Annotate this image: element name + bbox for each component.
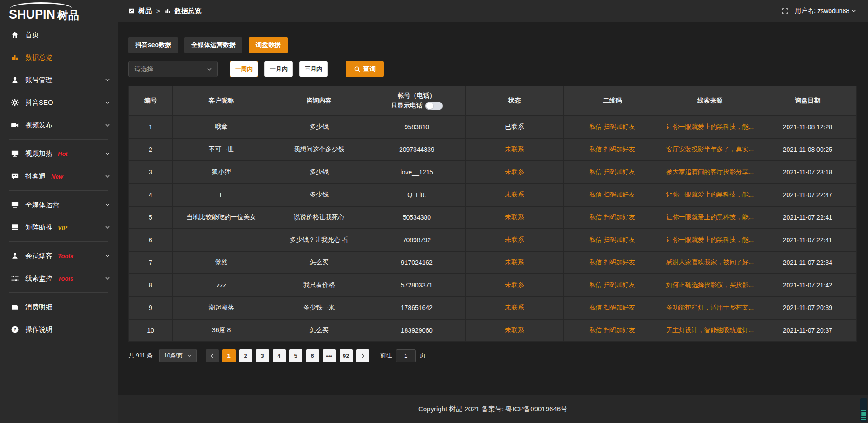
sidebar-item-label: 数据总览 xyxy=(25,53,52,62)
browser-widget[interactable] xyxy=(860,398,867,422)
sidebar-item-label: 账号管理 xyxy=(25,76,52,85)
tab-omnimedia-data[interactable]: 全媒体运营数据 xyxy=(184,37,242,53)
phone-only-label: 只显示电话 xyxy=(391,102,423,110)
cell-source-link[interactable]: 客厅安装投影半年多了，真实... xyxy=(661,139,759,160)
page-size-select[interactable]: 10条/页 xyxy=(159,349,197,362)
cell-nickname: 哦章 xyxy=(173,116,270,138)
cell-source-link[interactable]: 让你一眼就爱上的黑科技，能... xyxy=(661,116,759,138)
cell-qrcode-links[interactable]: 私信 扫码加好友 xyxy=(564,229,661,251)
username-value: zswodun88 xyxy=(817,7,849,14)
sidebar-item-video-publish[interactable]: 视频发布 xyxy=(0,114,118,136)
cell-status: 未联系 xyxy=(466,139,563,160)
page-button-6[interactable]: 6 xyxy=(306,349,319,362)
cell-id: 4 xyxy=(129,184,172,206)
sidebar-item-home[interactable]: 首页 xyxy=(0,24,118,46)
sidebar-item-account-management[interactable]: 账号管理 xyxy=(0,69,118,91)
cell-source-link[interactable]: 无主灯设计，智能磁吸轨道灯... xyxy=(661,320,759,341)
cell-qrcode-links[interactable]: 私信 扫码加好友 xyxy=(564,252,661,273)
sidebar-item-instructions[interactable]: 操作说明 xyxy=(0,318,118,341)
sidebar-item-data-overview[interactable]: 数据总览 xyxy=(0,46,118,69)
cell-nickname: 觉然 xyxy=(173,252,270,273)
vip-badge: VIP xyxy=(58,224,67,231)
cell-date: 2021-11-08 12:28 xyxy=(759,116,856,138)
user-menu[interactable]: 用户名: zswodun88 xyxy=(795,7,856,15)
query-button[interactable]: 查询 xyxy=(346,61,384,77)
cell-qrcode-links[interactable]: 私信 扫码加好友 xyxy=(564,116,661,138)
cell-source-link[interactable]: 让你一眼就爱上的黑科技，能... xyxy=(661,207,759,228)
cell-qrcode-links[interactable]: 私信 扫码加好友 xyxy=(564,161,661,183)
fullscreen-icon[interactable] xyxy=(782,8,788,14)
topbar: 树品 > 数据总览 用户名: zswodun88 xyxy=(118,0,868,22)
sidebar-item-douyin-seo[interactable]: 抖音SEO xyxy=(0,91,118,114)
sidebar-item-douketong[interactable]: 抖客通 New xyxy=(0,165,118,188)
cell-source-link[interactable]: 如何正确选择投影仪，买投影... xyxy=(661,274,759,296)
page-button-1[interactable]: 1 xyxy=(222,349,236,362)
cell-source-link[interactable]: 让你一眼就爱上的黑科技，能... xyxy=(661,229,759,251)
logo-arc-decoration xyxy=(10,2,72,9)
phone-only-toggle[interactable] xyxy=(425,102,443,110)
header-content: 咨询内容 xyxy=(270,86,368,115)
page-button-5[interactable]: 5 xyxy=(289,349,302,362)
page-button-4[interactable]: 4 xyxy=(273,349,286,362)
page-button-2[interactable]: 2 xyxy=(239,349,252,362)
table-row: 5 当地比较能吃的一位美女 说说价格让我死心 50534380 未联系 私信 扫… xyxy=(129,207,856,228)
bar-chart-icon xyxy=(165,8,171,14)
menu-divider xyxy=(9,190,108,191)
date-range-quarter-button[interactable]: 三月内 xyxy=(299,61,328,77)
cell-account: Q_Liu. xyxy=(368,184,465,206)
tab-inquiry-data[interactable]: 询盘数据 xyxy=(249,37,288,53)
cell-account: love__1215 xyxy=(368,161,465,183)
cell-qrcode-links[interactable]: 私信 扫码加好友 xyxy=(564,274,661,296)
cell-source-link[interactable]: 被大家追着问的客厅投影分享... xyxy=(661,161,759,183)
next-page-button[interactable] xyxy=(356,349,369,362)
cell-source-link[interactable]: 让你一眼就爱上的黑科技，能... xyxy=(661,184,759,206)
date-range-week-button[interactable]: 一周内 xyxy=(230,61,258,77)
question-circle-icon xyxy=(11,325,19,334)
cell-qrcode-links[interactable]: 私信 扫码加好友 xyxy=(564,184,661,206)
table-header-row: 编号 客户昵称 咨询内容 帐号（电话） 只显示电话 状态 二维码 线索来源 询盘… xyxy=(129,86,856,115)
monitor-icon xyxy=(11,150,19,158)
date-range-month-button[interactable]: 一月内 xyxy=(264,61,293,77)
cell-qrcode-links[interactable]: 私信 扫码加好友 xyxy=(564,207,661,228)
cell-status: 未联系 xyxy=(466,252,563,273)
sidebar-item-consumption-details[interactable]: 消费明细 xyxy=(0,296,118,318)
cell-source-link[interactable]: 多功能护栏灯，适用于乡村文... xyxy=(661,297,759,319)
page-button-92[interactable]: 92 xyxy=(340,349,353,362)
cell-date: 2021-11-07 22:47 xyxy=(759,184,856,206)
cell-qrcode-links[interactable]: 私信 扫码加好友 xyxy=(564,320,661,341)
sidebar-item-omnimedia-operation[interactable]: 全媒体运营 xyxy=(0,193,118,216)
chevron-down-icon xyxy=(207,66,212,72)
sidebar-item-member-burst[interactable]: 会员爆客 Tools xyxy=(0,244,118,267)
cell-qrcode-links[interactable]: 私信 扫码加好友 xyxy=(564,139,661,160)
page-ellipsis[interactable]: ••• xyxy=(323,349,336,362)
breadcrumb-home[interactable]: 树品 xyxy=(138,7,152,15)
inquiry-table: 编号 客户昵称 咨询内容 帐号（电话） 只显示电话 状态 二维码 线索来源 询盘… xyxy=(128,86,857,342)
goto-label: 前往 xyxy=(380,352,392,360)
page-button-3[interactable]: 3 xyxy=(256,349,269,362)
new-badge: New xyxy=(51,173,63,180)
header-account-title: 帐号（电话） xyxy=(398,92,436,100)
tab-douyin-seo-data[interactable]: 抖音seo数据 xyxy=(128,37,178,53)
cell-source-link[interactable]: 感谢大家喜欢我家，被问了好... xyxy=(661,252,759,273)
chevron-down-icon xyxy=(105,122,110,128)
sidebar-item-lead-monitoring[interactable]: 线索监控 Tools xyxy=(0,267,118,290)
cell-account: 917024162 xyxy=(368,252,465,273)
cell-content: 多少钱？让我死心 看 xyxy=(270,229,368,251)
cell-status: 未联系 xyxy=(466,229,563,251)
sidebar-item-label: 消费明细 xyxy=(25,303,52,311)
tools-badge: Tools xyxy=(58,253,73,259)
cell-content: 怎么买 xyxy=(270,252,368,273)
chat-icon xyxy=(11,172,19,180)
filter-bar: 请选择 一周内 一月内 三月内 查询 xyxy=(128,61,857,77)
goto-page-input[interactable] xyxy=(396,349,416,362)
sidebar-item-matrix-boost[interactable]: 矩阵助推 VIP xyxy=(0,216,118,239)
cell-qrcode-links[interactable]: 私信 扫码加好友 xyxy=(564,297,661,319)
cell-account: 178651642 xyxy=(368,297,465,319)
cell-content: 多少钱 xyxy=(270,116,368,138)
goto-suffix: 页 xyxy=(420,352,426,360)
cell-nickname: 狐小狸 xyxy=(173,161,270,183)
account-select[interactable]: 请选择 xyxy=(128,61,218,77)
sidebar-item-video-heating[interactable]: 视频加热 Hot xyxy=(0,142,118,165)
breadcrumb-separator: > xyxy=(156,8,160,14)
prev-page-button[interactable] xyxy=(206,349,219,362)
